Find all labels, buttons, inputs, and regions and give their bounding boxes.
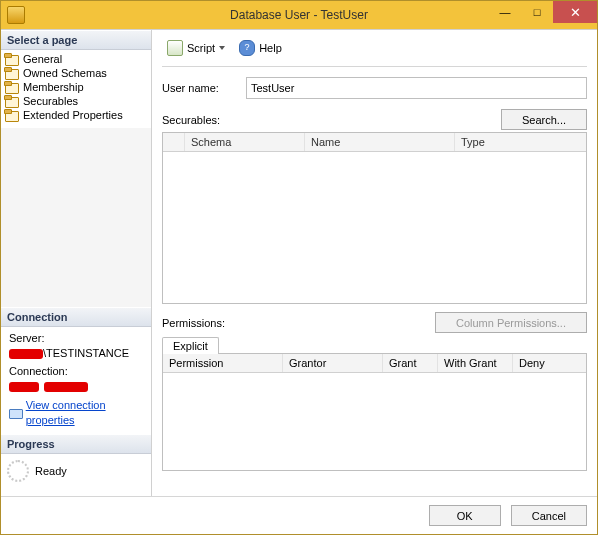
permissions-tabs: Explicit Permission Grantor Grant With G… xyxy=(162,337,587,471)
connection-icon xyxy=(9,407,22,419)
permissions-label-row: Permissions: Column Permissions... xyxy=(162,312,587,333)
sidebar-item-membership[interactable]: Membership xyxy=(1,80,151,94)
script-button[interactable]: Script xyxy=(162,38,230,58)
securables-col-name[interactable]: Name xyxy=(305,133,455,151)
close-button[interactable]: ✕ xyxy=(553,1,597,23)
securables-grid-header: Schema Name Type xyxy=(163,133,586,152)
progress-spinner-icon xyxy=(7,460,29,482)
search-button[interactable]: Search... xyxy=(501,109,587,130)
view-connection-properties-row: View connection properties xyxy=(9,398,145,428)
chevron-down-icon xyxy=(219,46,225,50)
select-page-header: Select a page xyxy=(1,30,151,50)
sidebar-item-general[interactable]: General xyxy=(1,52,151,66)
window-buttons: — □ ✕ xyxy=(489,1,597,29)
permissions-col-permission[interactable]: Permission xyxy=(163,354,283,372)
main-content: Script ? Help User name: Securables: Sea… xyxy=(152,30,597,496)
permissions-col-withgrant[interactable]: With Grant xyxy=(438,354,513,372)
sidebar-item-label: Owned Schemas xyxy=(23,67,107,79)
server-label: Server: xyxy=(9,331,145,346)
sidebar-item-securables[interactable]: Securables xyxy=(1,94,151,108)
progress-status: Ready xyxy=(35,465,67,477)
help-button-label: Help xyxy=(259,42,282,54)
sidebar-item-label: Securables xyxy=(23,95,78,107)
page-icon xyxy=(5,53,19,65)
minimize-button[interactable]: — xyxy=(489,1,521,23)
script-button-label: Script xyxy=(187,42,215,54)
permissions-col-grant[interactable]: Grant xyxy=(383,354,438,372)
permissions-grid-header: Permission Grantor Grant With Grant Deny xyxy=(163,354,586,373)
sidebar-spacer xyxy=(1,128,151,307)
sidebar-item-extended-properties[interactable]: Extended Properties xyxy=(1,108,151,122)
tab-explicit[interactable]: Explicit xyxy=(162,337,219,354)
securables-label-row: Securables: Search... xyxy=(162,109,587,130)
view-connection-properties-link[interactable]: View connection properties xyxy=(26,398,145,428)
sidebar-item-label: General xyxy=(23,53,62,65)
progress-header: Progress xyxy=(1,434,151,454)
redacted-text xyxy=(9,349,43,359)
sidebar: Select a page General Owned Schemas Memb… xyxy=(1,30,152,496)
securables-label: Securables: xyxy=(162,114,220,126)
column-permissions-button: Column Permissions... xyxy=(435,312,587,333)
connection-header: Connection xyxy=(1,307,151,327)
redacted-text xyxy=(9,382,39,392)
sidebar-item-label: Extended Properties xyxy=(23,109,123,121)
page-icon xyxy=(5,81,19,93)
maximize-button[interactable]: □ xyxy=(521,1,553,23)
help-icon: ? xyxy=(239,40,255,56)
connection-panel: Server: \TESTINSTANCE Connection: View c… xyxy=(1,327,151,434)
permissions-col-grantor[interactable]: Grantor xyxy=(283,354,383,372)
dialog-window: Database User - TestUser — □ ✕ Select a … xyxy=(0,0,598,535)
dialog-body: Select a page General Owned Schemas Memb… xyxy=(1,29,597,496)
redacted-text xyxy=(44,382,88,392)
app-icon xyxy=(7,6,25,24)
cancel-button[interactable]: Cancel xyxy=(511,505,587,526)
securables-col-type[interactable]: Type xyxy=(455,133,586,151)
permissions-col-deny[interactable]: Deny xyxy=(513,354,586,372)
ok-button[interactable]: OK xyxy=(429,505,501,526)
username-input[interactable] xyxy=(246,77,587,99)
script-icon xyxy=(167,40,183,56)
username-row: User name: xyxy=(162,77,587,99)
securables-grid[interactable]: Schema Name Type xyxy=(162,132,587,304)
progress-panel: Ready xyxy=(1,454,151,496)
page-icon xyxy=(5,95,19,107)
toolbar: Script ? Help xyxy=(162,36,587,67)
connection-label: Connection: xyxy=(9,364,145,379)
permissions-grid[interactable]: Permission Grantor Grant With Grant Deny xyxy=(162,353,587,471)
page-icon xyxy=(5,109,19,121)
dialog-footer: OK Cancel xyxy=(1,496,597,534)
server-suffix: \TESTINSTANCE xyxy=(43,347,129,359)
sidebar-item-owned-schemas[interactable]: Owned Schemas xyxy=(1,66,151,80)
username-label: User name: xyxy=(162,82,240,94)
securables-col-schema[interactable]: Schema xyxy=(185,133,305,151)
sidebar-item-label: Membership xyxy=(23,81,84,93)
titlebar[interactable]: Database User - TestUser — □ ✕ xyxy=(1,1,597,29)
server-value: \TESTINSTANCE xyxy=(9,346,145,361)
securables-col-blank[interactable] xyxy=(163,133,185,151)
page-list: General Owned Schemas Membership Securab… xyxy=(1,50,151,128)
help-button[interactable]: ? Help xyxy=(234,38,287,58)
permissions-label: Permissions: xyxy=(162,317,225,329)
page-icon xyxy=(5,67,19,79)
connection-value xyxy=(9,379,145,394)
